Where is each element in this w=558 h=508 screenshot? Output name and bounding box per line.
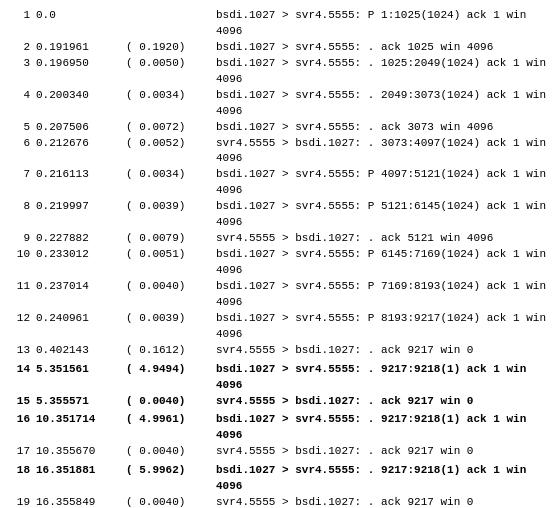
row-delta: ( 4.9961): [126, 412, 216, 428]
table-row: 130.402143( 0.1612)svr4.5555 > bsdi.1027…: [6, 343, 552, 359]
row-data: bsdi.1027 > svr4.5555: . 1025:2049(1024)…: [216, 56, 550, 88]
table-row: 80.219997( 0.0039)bsdi.1027 > svr4.5555:…: [6, 199, 552, 231]
row-time: 0.207506: [36, 120, 126, 136]
table-row: 10.0bsdi.1027 > svr4.5555: P 1:1025(1024…: [6, 8, 552, 40]
row-time: 0.227882: [36, 231, 126, 247]
row-time: 5.355571: [36, 394, 126, 410]
row-number: 19: [8, 495, 36, 508]
packet-list: 10.0bsdi.1027 > svr4.5555: P 1:1025(1024…: [6, 8, 552, 508]
row-delta: ( 0.0079): [126, 231, 216, 247]
table-row: 145.351561( 4.9494)bsdi.1027 > svr4.5555…: [6, 362, 552, 394]
row-delta: ( 0.0039): [126, 311, 216, 327]
row-number: 14: [8, 362, 36, 378]
row-data: bsdi.1027 > svr4.5555: . ack 3073 win 40…: [216, 120, 550, 136]
row-delta: ( 0.0050): [126, 56, 216, 72]
row-number: 8: [8, 199, 36, 215]
row-time: 0.200340: [36, 88, 126, 104]
row-delta: ( 0.1612): [126, 343, 216, 359]
row-number: 4: [8, 88, 36, 104]
row-time: 0.212676: [36, 136, 126, 152]
row-data: svr4.5555 > bsdi.1027: . ack 9217 win 0: [216, 343, 550, 359]
table-row: 70.216113( 0.0034)bsdi.1027 > svr4.5555:…: [6, 167, 552, 199]
row-data: bsdi.1027 > svr4.5555: P 6145:7169(1024)…: [216, 247, 550, 279]
row-data: bsdi.1027 > svr4.5555: P 1:1025(1024) ac…: [216, 8, 550, 40]
row-number: 1: [8, 8, 36, 24]
row-time: 0.237014: [36, 279, 126, 295]
row-delta: ( 0.0040): [126, 444, 216, 460]
table-row: 40.200340( 0.0034)bsdi.1027 > svr4.5555:…: [6, 88, 552, 120]
table-row: 1916.355849( 0.0040)svr4.5555 > bsdi.102…: [6, 495, 552, 508]
row-data: bsdi.1027 > svr4.5555: . ack 1025 win 40…: [216, 40, 550, 56]
row-number: 17: [8, 444, 36, 460]
row-number: 12: [8, 311, 36, 327]
row-data: svr4.5555 > bsdi.1027: . ack 9217 win 0: [216, 495, 550, 508]
row-time: 0.402143: [36, 343, 126, 359]
row-data: bsdi.1027 > svr4.5555: P 5121:6145(1024)…: [216, 199, 550, 231]
row-time: 0.216113: [36, 167, 126, 183]
row-time: 0.0: [36, 8, 126, 24]
row-time: 0.196950: [36, 56, 126, 72]
row-delta: ( 0.0051): [126, 247, 216, 263]
row-delta: ( 0.0039): [126, 199, 216, 215]
row-data: svr4.5555 > bsdi.1027: . 3073:4097(1024)…: [216, 136, 550, 168]
row-data: bsdi.1027 > svr4.5555: P 7169:8193(1024)…: [216, 279, 550, 311]
row-delta: ( 0.0040): [126, 394, 216, 410]
row-delta: ( 4.9494): [126, 362, 216, 378]
row-delta: ( 0.0072): [126, 120, 216, 136]
row-delta: ( 0.0040): [126, 279, 216, 295]
row-time: 10.351714: [36, 412, 126, 428]
row-number: 7: [8, 167, 36, 183]
row-delta: ( 5.9962): [126, 463, 216, 479]
table-row: 30.196950( 0.0050)bsdi.1027 > svr4.5555:…: [6, 56, 552, 88]
row-number: 9: [8, 231, 36, 247]
row-data: bsdi.1027 > svr4.5555: . 9217:9218(1) ac…: [216, 463, 550, 495]
row-number: 5: [8, 120, 36, 136]
row-number: 18: [8, 463, 36, 479]
row-delta: ( 0.0040): [126, 495, 216, 508]
row-data: bsdi.1027 > svr4.5555: . 9217:9218(1) ac…: [216, 412, 550, 444]
row-delta: ( 0.0034): [126, 88, 216, 104]
row-number: 11: [8, 279, 36, 295]
table-row: 60.212676( 0.0052)svr4.5555 > bsdi.1027:…: [6, 136, 552, 168]
row-number: 6: [8, 136, 36, 152]
row-data: svr4.5555 > bsdi.1027: . ack 9217 win 0: [216, 394, 550, 410]
row-data: svr4.5555 > bsdi.1027: . ack 9217 win 0: [216, 444, 550, 460]
row-data: bsdi.1027 > svr4.5555: P 8193:9217(1024)…: [216, 311, 550, 343]
table-row: 155.355571( 0.0040)svr4.5555 > bsdi.1027…: [6, 394, 552, 410]
row-time: 5.351561: [36, 362, 126, 378]
row-data: svr4.5555 > bsdi.1027: . ack 5121 win 40…: [216, 231, 550, 247]
table-row: 50.207506( 0.0072)bsdi.1027 > svr4.5555:…: [6, 120, 552, 136]
row-time: 0.240961: [36, 311, 126, 327]
table-row: 20.191961( 0.1920)bsdi.1027 > svr4.5555:…: [6, 40, 552, 56]
table-row: 1610.351714( 4.9961)bsdi.1027 > svr4.555…: [6, 412, 552, 444]
row-time: 0.191961: [36, 40, 126, 56]
row-number: 16: [8, 412, 36, 428]
row-delta: ( 0.0034): [126, 167, 216, 183]
row-number: 15: [8, 394, 36, 410]
row-data: bsdi.1027 > svr4.5555: . 9217:9218(1) ac…: [216, 362, 550, 394]
row-number: 2: [8, 40, 36, 56]
table-row: 1816.351881( 5.9962)bsdi.1027 > svr4.555…: [6, 463, 552, 495]
row-delta: ( 0.1920): [126, 40, 216, 56]
row-number: 3: [8, 56, 36, 72]
row-delta: ( 0.0052): [126, 136, 216, 152]
table-row: 110.237014( 0.0040)bsdi.1027 > svr4.5555…: [6, 279, 552, 311]
row-time: 0.219997: [36, 199, 126, 215]
table-row: 100.233012( 0.0051)bsdi.1027 > svr4.5555…: [6, 247, 552, 279]
row-number: 13: [8, 343, 36, 359]
table-row: 1710.355670( 0.0040)svr4.5555 > bsdi.102…: [6, 444, 552, 460]
row-time: 16.351881: [36, 463, 126, 479]
table-row: 120.240961( 0.0039)bsdi.1027 > svr4.5555…: [6, 311, 552, 343]
row-time: 16.355849: [36, 495, 126, 508]
row-time: 0.233012: [36, 247, 126, 263]
row-data: bsdi.1027 > svr4.5555: . 2049:3073(1024)…: [216, 88, 550, 120]
row-time: 10.355670: [36, 444, 126, 460]
row-data: bsdi.1027 > svr4.5555: P 4097:5121(1024)…: [216, 167, 550, 199]
table-row: 90.227882( 0.0079)svr4.5555 > bsdi.1027:…: [6, 231, 552, 247]
row-number: 10: [8, 247, 36, 263]
